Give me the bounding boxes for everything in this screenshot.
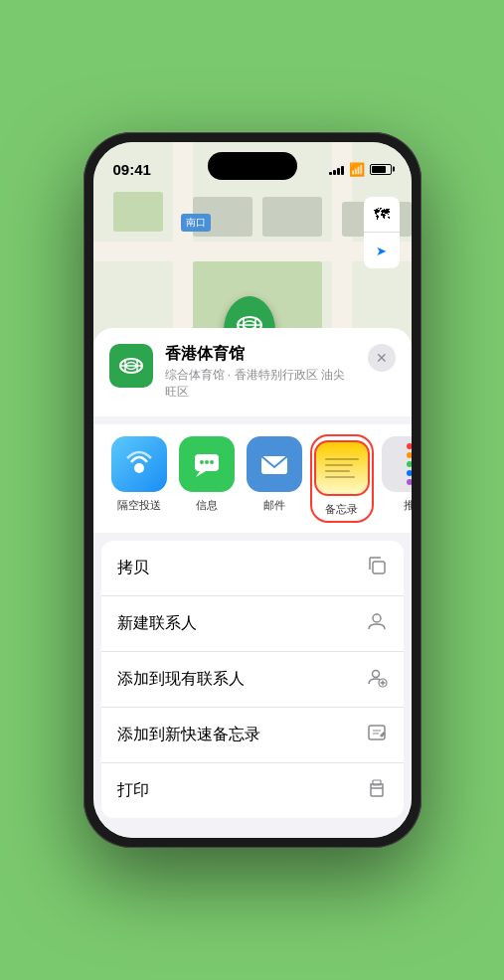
share-row: 隔空投送 信息 [93, 424, 412, 533]
location-label: 南口 [181, 214, 211, 232]
action-copy[interactable]: 拷贝 [101, 541, 404, 596]
map-layers-icon: 🗺 [374, 206, 390, 224]
action-quick-note[interactable]: 添加到新快速备忘录 [101, 708, 404, 763]
notes-label: 备忘录 [325, 502, 358, 517]
venue-header: 香港体育馆 综合体育馆 · 香港特别行政区 油尖旺区 ✕ [93, 328, 412, 416]
share-item-notes[interactable]: 备忘录 [312, 436, 372, 521]
action-quick-note-label: 添加到新快速备忘录 [117, 725, 260, 745]
map-controls: 🗺 ➤ [364, 197, 400, 268]
airdrop-icon [111, 436, 167, 492]
bottom-sheet: 香港体育馆 综合体育馆 · 香港特别行政区 油尖旺区 ✕ 隔 [93, 328, 412, 838]
venue-description: 综合体育馆 · 香港特别行政区 油尖旺区 [165, 367, 356, 401]
svg-point-14 [205, 460, 209, 464]
phone-screen: 09:41 📶 [93, 142, 412, 838]
svg-point-15 [210, 460, 214, 464]
new-contact-icon [366, 610, 388, 637]
action-copy-label: 拷贝 [117, 558, 149, 578]
share-item-messages[interactable]: 信息 [177, 436, 237, 521]
copy-icon [366, 555, 388, 581]
dynamic-island [208, 152, 297, 180]
phone-frame: 09:41 📶 [84, 132, 421, 848]
svg-point-18 [373, 614, 381, 622]
mail-label: 邮件 [263, 498, 285, 513]
add-contact-icon [366, 666, 388, 693]
location-button[interactable]: ➤ [364, 233, 400, 268]
close-button[interactable]: ✕ [368, 344, 396, 372]
notes-icon [314, 440, 370, 496]
map-layers-button[interactable]: 🗺 [364, 197, 400, 233]
svg-marker-12 [196, 471, 206, 477]
share-item-mail[interactable]: 邮件 [245, 436, 304, 521]
more-share-label: 推 [404, 498, 412, 513]
svg-point-10 [134, 463, 144, 473]
action-list: 拷贝 新建联系人 [101, 541, 404, 818]
signal-icon [329, 164, 344, 175]
action-add-to-contact[interactable]: 添加到现有联系人 [101, 652, 404, 708]
action-new-contact[interactable]: 新建联系人 [101, 596, 404, 652]
wifi-icon: 📶 [349, 162, 365, 177]
svg-rect-23 [369, 726, 385, 739]
action-add-to-contact-label: 添加到现有联系人 [117, 669, 245, 690]
share-item-more[interactable]: 推 [380, 436, 412, 521]
svg-point-19 [372, 671, 379, 678]
mail-icon [247, 436, 302, 492]
venue-logo-icon [117, 352, 145, 380]
action-print[interactable]: 打印 [101, 763, 404, 818]
action-new-contact-label: 新建联系人 [117, 613, 197, 634]
share-item-airdrop[interactable]: 隔空投送 [109, 436, 169, 521]
messages-icon [179, 436, 235, 492]
status-time: 09:41 [113, 161, 151, 178]
more-share-icon [382, 436, 412, 492]
venue-info: 香港体育馆 综合体育馆 · 香港特别行政区 油尖旺区 [165, 344, 356, 401]
print-icon [366, 777, 388, 804]
venue-logo [109, 344, 153, 388]
airdrop-label: 隔空投送 [117, 498, 161, 513]
venue-name: 香港体育馆 [165, 344, 356, 365]
quick-note-icon [366, 722, 388, 748]
svg-point-13 [200, 460, 204, 464]
status-icons: 📶 [329, 162, 392, 177]
notes-lines [325, 458, 359, 478]
location-arrow-icon: ➤ [376, 244, 387, 258]
action-print-label: 打印 [117, 780, 149, 801]
battery-icon [370, 164, 392, 175]
svg-rect-17 [373, 562, 385, 573]
svg-rect-27 [371, 788, 383, 796]
messages-label: 信息 [196, 498, 218, 513]
